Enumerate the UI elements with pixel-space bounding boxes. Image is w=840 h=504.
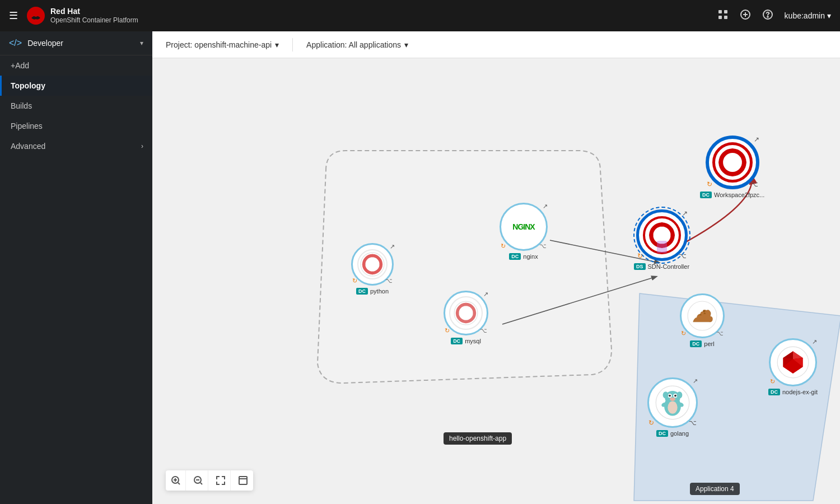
brand-text: Red Hat OpenShift Container Platform — [50, 7, 138, 24]
toolbar-divider — [292, 38, 293, 52]
svg-rect-49 — [239, 477, 247, 484]
fit-to-window-button[interactable] — [211, 470, 231, 491]
project-label: Project: openshift-machine-api — [166, 40, 272, 49]
nodejs-external-link[interactable]: ↗ — [812, 338, 817, 346]
user-menu[interactable]: kube:admin ▾ — [785, 11, 831, 20]
nginx-badge: DC — [509, 253, 521, 260]
mysql-name: mysql — [465, 338, 481, 344]
svg-point-27 — [674, 395, 676, 397]
svg-point-12 — [368, 260, 376, 268]
sdn-git-icon: ⌥ — [679, 252, 687, 260]
application-label: Application: All applications — [306, 40, 401, 49]
top-header: ☰ Red Hat OpenShift Container Platform — [0, 0, 840, 31]
python-label: DC python — [356, 288, 389, 295]
svg-point-16 — [727, 157, 738, 167]
golang-sync-icon: ↻ — [648, 419, 654, 427]
sidebar-item-advanced-label: Advanced — [11, 142, 45, 151]
app4-group-label: Application 4 — [690, 483, 740, 495]
nodejs-sync-icon: ↻ — [770, 378, 775, 385]
nodejs-badge: DC — [768, 389, 780, 395]
hamburger-button[interactable]: ☰ — [9, 10, 18, 22]
workspace-external-link[interactable]: ↗ — [754, 136, 759, 143]
svg-rect-4 — [718, 16, 722, 19]
svg-point-26 — [669, 395, 671, 397]
golang-label: DC golang — [656, 430, 689, 437]
fullscreen-button[interactable] — [233, 470, 253, 491]
nginx-git-icon: ⌥ — [539, 242, 547, 250]
golang-git-icon: ⌥ — [689, 419, 697, 427]
python-sync-icon: ↻ — [352, 277, 357, 284]
perl-label: DC perl — [690, 340, 714, 347]
header-right: kube:admin ▾ — [717, 9, 831, 23]
python-name: python — [370, 288, 389, 295]
node-golang[interactable]: ↗ — [647, 377, 698, 437]
zoom-in-button[interactable] — [166, 470, 186, 491]
dev-icon: </> — [9, 38, 22, 48]
sidebar-item-builds[interactable]: Builds — [0, 96, 152, 116]
golang-external-link[interactable]: ↗ — [693, 377, 698, 385]
perl-sync-icon: ↻ — [681, 330, 686, 337]
sdn-name: SDN-Controller — [648, 263, 690, 270]
dev-switch[interactable]: </> Developer ▾ — [0, 31, 152, 55]
redhat-logo — [27, 7, 45, 25]
svg-line-45 — [178, 483, 180, 484]
sdn-label: DS SDN-Controller — [634, 263, 689, 270]
node-nodejs-ex-git[interactable]: ↗ — [768, 338, 818, 395]
svg-point-28 — [670, 398, 675, 401]
node-sdn-controller[interactable]: ↗ — [634, 209, 689, 270]
sidebar-item-topology[interactable]: Topology — [0, 76, 152, 96]
brand: Red Hat OpenShift Container Platform — [27, 7, 717, 25]
golang-badge: DC — [656, 430, 668, 437]
nodejs-label: DC nodejs-ex-git — [768, 389, 818, 395]
sidebar-item-pipelines[interactable]: Pipelines — [0, 116, 152, 136]
golang-name: golang — [670, 430, 689, 437]
topology-canvas: ↗ — [152, 58, 840, 504]
workspace-name: Workspace2fpzc... — [714, 192, 764, 198]
brand-subtitle: OpenShift Container Platform — [50, 16, 138, 24]
advanced-expand-icon: › — [141, 142, 143, 150]
zoom-controls — [166, 470, 253, 491]
perl-badge: DC — [690, 340, 702, 347]
mysql-external-link[interactable]: ↗ — [483, 291, 488, 298]
svg-point-31 — [668, 402, 677, 414]
svg-point-1 — [33, 11, 39, 17]
dev-arrow: ▾ — [140, 39, 143, 47]
node-workspace[interactable]: ↗ — [700, 136, 764, 198]
add-icon[interactable] — [740, 9, 751, 23]
dev-label: Developer — [27, 39, 140, 48]
svg-point-14 — [462, 309, 469, 316]
nginx-label: DC nginx — [509, 253, 538, 260]
node-mysql[interactable]: ↗ ↻ — [444, 291, 488, 344]
sidebar-item-add[interactable]: +Add — [0, 55, 152, 76]
nodejs-name: nodejs-ex-git — [782, 389, 818, 395]
hello-openshift-group-label: hello-openshift-app — [444, 432, 512, 445]
mysql-badge: DC — [451, 338, 463, 344]
nginx-text: NGINX — [512, 222, 534, 231]
zoom-out-button[interactable] — [188, 470, 208, 491]
sidebar-item-advanced[interactable]: Advanced › — [0, 136, 152, 156]
sidebar-item-add-label: +Add — [11, 61, 29, 70]
workspace-label: DC Workspace2fpzc... — [700, 192, 764, 198]
nginx-external-link[interactable]: ↗ — [543, 203, 548, 210]
user-name: kube:admin — [785, 11, 825, 20]
mysql-label: DC mysql — [451, 338, 481, 344]
application-dropdown-icon: ▾ — [404, 40, 408, 49]
application-selector[interactable]: Application: All applications ▾ — [302, 38, 413, 52]
mysql-git-icon: ⌥ — [480, 327, 487, 334]
help-icon[interactable] — [762, 9, 773, 23]
project-dropdown-icon: ▾ — [275, 40, 279, 49]
svg-rect-2 — [718, 10, 722, 13]
node-nginx[interactable]: ↗ NGINX ↻ ⌥ DC nginx — [500, 203, 548, 260]
python-external-link[interactable]: ↗ — [390, 243, 395, 250]
workspace-badge: DC — [700, 192, 712, 198]
project-selector[interactable]: Project: openshift-machine-api ▾ — [161, 38, 283, 52]
grid-icon[interactable] — [717, 9, 729, 23]
workspace-sync-icon: ↻ — [707, 180, 712, 188]
perl-name: perl — [704, 340, 714, 347]
svg-point-29 — [663, 391, 669, 398]
node-perl[interactable]: ↻ ⌥ DC perl — [680, 293, 725, 347]
sidebar: </> Developer ▾ +Add Topology Builds Pip… — [0, 31, 152, 504]
svg-line-48 — [200, 483, 202, 484]
node-python[interactable]: ↗ — [351, 243, 394, 295]
perl-git-icon: ⌥ — [716, 330, 724, 337]
